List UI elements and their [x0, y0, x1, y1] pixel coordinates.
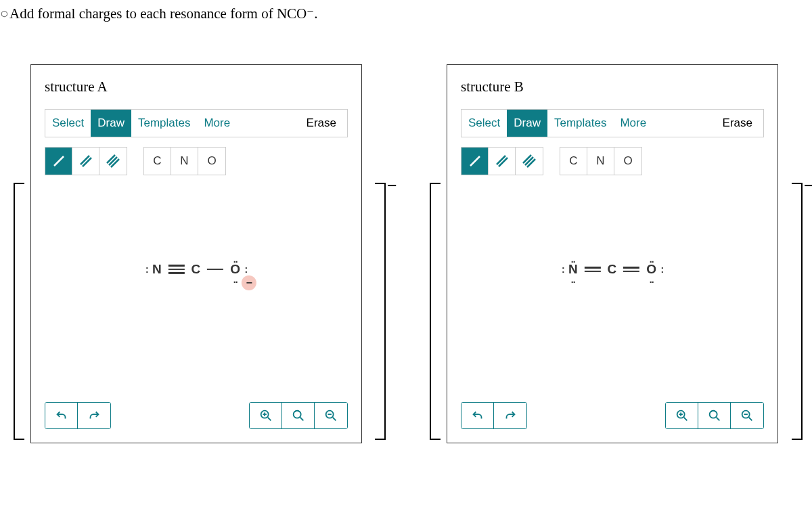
molecule-b: : .. .. N C O : .. ..	[567, 262, 658, 277]
svg-line-3	[107, 155, 115, 163]
panel-title-a: structure A	[45, 79, 348, 95]
svg-line-19	[527, 159, 535, 167]
double-bond-button[interactable]	[489, 148, 516, 175]
tab-templates[interactable]: Templates	[131, 110, 197, 137]
element-n-button[interactable]: N	[587, 148, 614, 175]
formal-charge-minus[interactable]: −	[242, 275, 256, 290]
undo-button[interactable]	[461, 403, 494, 428]
lonepair: ..	[233, 254, 238, 265]
zoom-in-button[interactable]	[666, 403, 698, 428]
lonepair: ..	[571, 254, 575, 265]
element-group-a: C N O	[143, 147, 226, 175]
svg-line-18	[525, 157, 533, 165]
element-group-b: C N O	[560, 147, 642, 175]
zoom-out-button[interactable]	[731, 403, 763, 428]
atom-o: O : .. ..	[645, 262, 658, 277]
lonepair: ..	[571, 274, 575, 285]
undo-button[interactable]	[45, 403, 78, 428]
svg-line-14	[470, 156, 480, 166]
lonepair: ..	[650, 274, 654, 285]
tab-templates[interactable]: Templates	[547, 110, 613, 137]
lonepair: :	[145, 264, 148, 275]
bracket-right-b	[792, 183, 803, 440]
redo-button[interactable]	[494, 403, 526, 428]
svg-line-12	[333, 418, 336, 421]
redo-button[interactable]	[78, 403, 110, 428]
tab-draw[interactable]: Draw	[507, 110, 547, 137]
lonepair: :	[660, 264, 663, 275]
svg-line-4	[109, 157, 117, 165]
single-bond-sym	[207, 269, 223, 271]
triple-bond-sym	[168, 265, 185, 274]
svg-line-26	[749, 418, 752, 421]
undo-redo-group	[461, 402, 527, 429]
triple-bond-button[interactable]	[516, 148, 543, 175]
svg-line-7	[267, 418, 271, 421]
double-bond-sym	[623, 267, 639, 272]
svg-point-24	[709, 411, 717, 418]
bond-group-b	[461, 147, 543, 175]
lonepair: ..	[650, 254, 654, 265]
atom-c: C	[190, 262, 202, 277]
element-n-button[interactable]: N	[171, 148, 198, 175]
bracket-left-a	[14, 183, 24, 440]
svg-line-17	[523, 155, 531, 163]
lonepair: ..	[233, 274, 238, 285]
svg-line-21	[683, 418, 687, 421]
bracket-minus-a: −	[387, 176, 397, 196]
erase-button[interactable]: Erase	[712, 116, 763, 130]
zoom-reset-button[interactable]	[698, 403, 731, 428]
drawing-canvas-b[interactable]: : .. .. N C O : .. ..	[461, 175, 764, 365]
zoom-out-button[interactable]	[315, 403, 347, 428]
tab-select[interactable]: Select	[45, 110, 91, 137]
double-bond-button[interactable]	[72, 148, 99, 175]
zoom-group	[249, 402, 348, 429]
bracket-left-b	[430, 183, 441, 440]
svg-line-0	[54, 156, 64, 166]
panel-title-b: structure B	[461, 79, 764, 95]
atom-n: : .. .. N	[567, 262, 579, 277]
panel-structure-b: structure B Select Draw Templates More E…	[447, 64, 778, 443]
lonepair: :	[244, 264, 247, 275]
zoom-reset-button[interactable]	[282, 403, 315, 428]
triple-bond-button[interactable]	[99, 148, 127, 175]
single-bond-button[interactable]	[45, 148, 72, 175]
element-c-button[interactable]: C	[144, 148, 171, 175]
atom-n: : N	[151, 262, 163, 277]
atom-c: C	[606, 262, 618, 277]
undo-redo-group	[45, 402, 111, 429]
double-bond-sym	[585, 267, 601, 272]
svg-point-10	[293, 411, 300, 418]
tab-select[interactable]: Select	[461, 110, 507, 137]
single-bond-button[interactable]	[461, 148, 489, 175]
element-o-button[interactable]: O	[198, 148, 225, 175]
element-o-button[interactable]: O	[614, 148, 641, 175]
bond-group-a	[45, 147, 127, 175]
panel-structure-a: structure A Select Draw Templates More E…	[30, 64, 362, 443]
bracket-right-a	[375, 183, 386, 440]
zoom-in-button[interactable]	[250, 403, 282, 428]
erase-button[interactable]: Erase	[296, 116, 347, 130]
tab-more[interactable]: More	[197, 110, 237, 137]
tab-draw[interactable]: Draw	[91, 110, 131, 137]
tab-more[interactable]: More	[613, 110, 653, 137]
element-c-button[interactable]: C	[560, 148, 587, 175]
toolbar-b: Select Draw Templates More Erase	[461, 109, 764, 137]
zoom-group	[665, 402, 764, 429]
drawing-canvas-a[interactable]: : N C O : .. .. −	[45, 175, 348, 365]
molecule-a: : N C O : .. .. −	[151, 262, 242, 277]
bracket-minus-b: −	[804, 176, 812, 196]
question-text: ○Add formal charges to each resonance fo…	[0, 5, 318, 22]
svg-line-5	[111, 159, 119, 167]
toolbar-a: Select Draw Templates More Erase	[45, 109, 348, 137]
lonepair: :	[562, 264, 564, 275]
atom-o: O : .. ..	[229, 262, 242, 277]
